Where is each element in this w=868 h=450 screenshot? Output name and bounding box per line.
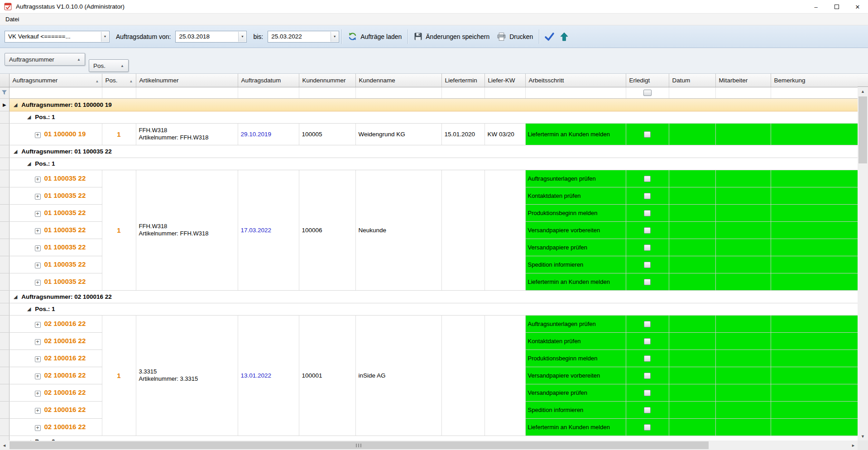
cell-erledigt[interactable] (626, 273, 669, 290)
collapse-group-icon[interactable]: ◢ (14, 102, 18, 107)
col-header-artikelnummer[interactable]: Artikelnummer (136, 74, 238, 87)
cell-erledigt[interactable] (626, 256, 669, 273)
erledigt-checkbox[interactable] (644, 321, 651, 327)
cell-kundennummer[interactable]: 100006 (299, 170, 355, 290)
group-row-cell[interactable]: ◢Auftragsnummer: 01 100000 19 (9, 98, 858, 111)
cell-datum[interactable] (669, 170, 715, 187)
pos-group-row[interactable]: ◢Pos.: 1 (0, 158, 858, 170)
collapse-group-icon[interactable]: ◢ (28, 115, 31, 120)
minimize-button[interactable]: – (806, 0, 826, 14)
print-button[interactable]: Drucken (493, 30, 537, 43)
col-header-pos[interactable]: Pos. ▲ (102, 74, 136, 87)
expand-plus-icon[interactable]: + (35, 391, 41, 397)
cell-mitarbeiter[interactable] (715, 332, 771, 349)
cell-pos[interactable]: 1 (102, 170, 136, 290)
cell-datum[interactable] (669, 221, 715, 239)
cell-arbeitsschritt[interactable]: Spedition informieren (525, 401, 626, 418)
cell-datum[interactable] (669, 123, 715, 145)
cell-order-no[interactable]: +01 100035 22 (9, 221, 102, 239)
filter-cell-datum[interactable] (669, 87, 715, 98)
cell-datum[interactable] (669, 401, 715, 418)
cell-erledigt[interactable] (626, 170, 669, 187)
expand-plus-icon[interactable]: + (35, 228, 41, 234)
cell-order-no[interactable]: +02 100016 22 (9, 384, 102, 401)
cell-kundennummer[interactable]: 100005 (299, 123, 355, 145)
cell-liefer-kw[interactable] (484, 170, 525, 290)
cell-arbeitsschritt[interactable]: Versandpapiere vorbereiten (525, 221, 626, 239)
horizontal-scrollbar[interactable]: ◄ ► (0, 440, 858, 450)
group-header-pos[interactable]: Pos. ▲ (89, 59, 129, 72)
cell-mitarbeiter[interactable] (715, 170, 771, 187)
expand-plus-icon[interactable]: + (35, 194, 41, 200)
cell-mitarbeiter[interactable] (715, 256, 771, 273)
cell-order-no[interactable]: +01 100035 22 (9, 204, 102, 221)
cell-order-no[interactable]: +02 100016 22 (9, 349, 102, 367)
expand-plus-icon[interactable]: + (35, 177, 41, 182)
cell-order-no[interactable]: +01 100035 22 (9, 170, 102, 187)
export-up-button[interactable] (557, 30, 571, 43)
filter-cell-arbeitsschritt[interactable] (525, 87, 626, 98)
cell-bemerkung[interactable] (771, 418, 858, 436)
cell-datum[interactable] (669, 349, 715, 367)
cell-erledigt[interactable] (626, 418, 669, 436)
group-row-cell[interactable]: ◢Auftragsnummer: 01 100035 22 (9, 145, 858, 158)
cell-liefertermin[interactable] (441, 315, 484, 436)
cell-mitarbeiter[interactable] (715, 418, 771, 436)
erledigt-checkbox[interactable] (644, 355, 651, 362)
chevron-down-icon[interactable]: ▼ (238, 32, 246, 42)
cell-artikelnummer[interactable]: 3.3315 Artikelnummer: 3.3315 (136, 315, 238, 436)
erledigt-checkbox[interactable] (644, 262, 651, 268)
cell-arbeitsschritt[interactable]: Liefertermin an Kunden melden (525, 273, 626, 290)
cell-arbeitsschritt[interactable]: Produktionsbeginn melden (525, 349, 626, 367)
cell-erledigt[interactable] (626, 123, 669, 145)
cell-erledigt[interactable] (626, 204, 669, 221)
col-header-bemerkung[interactable]: Bemerkung (771, 74, 858, 87)
scroll-right-button[interactable]: ► (849, 440, 858, 450)
expand-plus-icon[interactable]: + (35, 356, 41, 362)
group-row[interactable]: ◢Auftragsnummer: 01 100035 22 (0, 145, 858, 158)
save-changes-button[interactable]: Änderungen speichern (410, 30, 493, 43)
vertical-scrollbar[interactable]: ▲ ▼ (858, 74, 868, 440)
filter-cell-erledigt[interactable] (626, 87, 669, 98)
cell-liefer-kw[interactable]: KW 03/20 (484, 123, 525, 145)
expand-plus-icon[interactable]: + (35, 339, 41, 345)
cell-datum[interactable] (669, 418, 715, 436)
cell-erledigt[interactable] (626, 349, 669, 367)
chevron-down-icon[interactable]: ▼ (101, 32, 109, 42)
cell-mitarbeiter[interactable] (715, 204, 771, 221)
expand-plus-icon[interactable]: + (35, 280, 41, 286)
expand-plus-icon[interactable]: + (35, 373, 41, 379)
erledigt-checkbox[interactable] (644, 373, 651, 379)
cell-order-no[interactable]: +01 100035 22 (9, 256, 102, 273)
cell-datum[interactable] (669, 315, 715, 332)
data-row[interactable]: +01 100035 22 1 FFH.W318 Artikelnummer: … (0, 170, 858, 187)
cell-order-no[interactable]: +02 100016 22 (9, 332, 102, 349)
col-header-liefer-kw[interactable]: Liefer-KW (484, 74, 525, 87)
expand-plus-icon[interactable]: + (35, 132, 41, 138)
scroll-up-button[interactable]: ▲ (858, 87, 868, 96)
erledigt-checkbox[interactable] (644, 390, 651, 396)
cell-erledigt[interactable] (626, 239, 669, 256)
apply-check-button[interactable] (542, 30, 557, 43)
cell-mitarbeiter[interactable] (715, 349, 771, 367)
filter-cell-pos[interactable] (102, 87, 136, 98)
cell-arbeitsschritt[interactable]: Liefertermin an Kunden melden (525, 123, 626, 145)
col-header-erledigt[interactable]: Erledigt (626, 74, 669, 87)
col-header-mitarbeiter[interactable]: Mitarbeiter (715, 74, 771, 87)
pos-group-row[interactable]: ◢Pos.: 1 (0, 303, 858, 315)
cell-datum[interactable] (669, 187, 715, 204)
horizontal-scroll-thumb[interactable] (10, 441, 709, 449)
cell-bemerkung[interactable] (771, 170, 858, 187)
filter-cell-bemerkung[interactable] (771, 87, 858, 98)
erledigt-checkbox[interactable] (644, 407, 651, 413)
cell-order-no[interactable]: +02 100016 22 (9, 418, 102, 436)
expand-plus-icon[interactable]: + (35, 211, 41, 217)
erledigt-checkbox[interactable] (644, 176, 651, 182)
erledigt-checkbox[interactable] (644, 338, 651, 345)
scroll-down-button[interactable]: ▼ (858, 432, 868, 440)
erledigt-checkbox[interactable] (644, 279, 651, 285)
col-header-liefertermin[interactable]: Liefertermin (441, 74, 484, 87)
cell-arbeitsschritt[interactable]: Liefertermin an Kunden melden (525, 418, 626, 436)
chevron-down-icon[interactable]: ▼ (331, 32, 338, 42)
cell-bemerkung[interactable] (771, 239, 858, 256)
